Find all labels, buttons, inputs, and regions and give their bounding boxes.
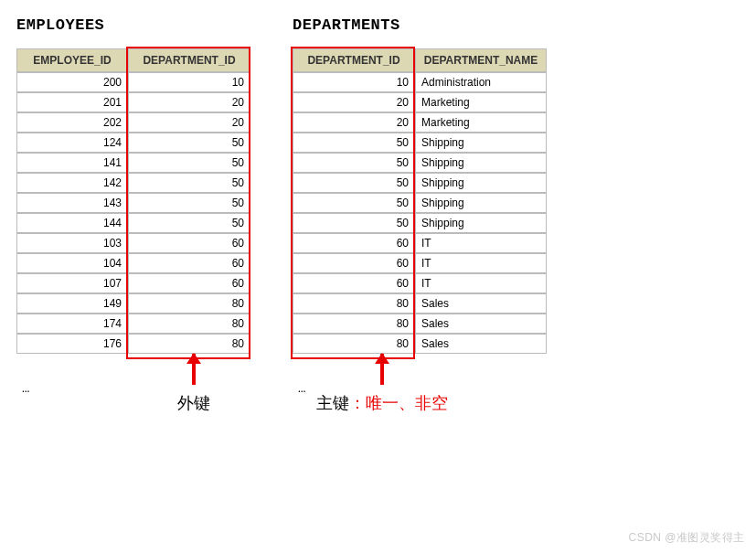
departments-table-wrap: DEPARTMENT_ID DEPARTMENT_NAME 10Administ… — [293, 48, 547, 354]
table-row: 60IT — [293, 273, 547, 293]
cell-employee-id: 143 — [16, 193, 128, 213]
diagram-root: EMPLOYEES EMPLOYEE_ID DEPARTMENT_ID 2001… — [16, 16, 747, 414]
table-row: 14150 — [16, 153, 250, 173]
col-employee-id: EMPLOYEE_ID — [16, 48, 128, 72]
cell-department-id: 50 — [128, 133, 250, 153]
cell-employee-id: 176 — [16, 334, 128, 354]
cell-department-name: Sales — [415, 293, 547, 314]
table-row: 20Marketing — [293, 92, 547, 112]
cell-department-name: Shipping — [415, 153, 547, 173]
cell-department-id: 80 — [128, 314, 250, 334]
cell-department-id: 50 — [293, 173, 415, 193]
col-department-name: DEPARTMENT_NAME — [415, 48, 547, 72]
cell-department-id: 20 — [293, 112, 415, 133]
cell-department-name: Marketing — [415, 92, 547, 112]
table-row: 12450 — [16, 133, 250, 153]
departments-block: DEPARTMENTS DEPARTMENT_ID DEPARTMENT_NAM… — [293, 16, 547, 414]
table-row: 50Shipping — [293, 173, 547, 193]
table-row: 20010 — [16, 72, 250, 92]
table-row: 20Marketing — [293, 112, 547, 133]
cell-department-id: 60 — [128, 233, 250, 253]
table-row: 50Shipping — [293, 193, 547, 213]
cell-employee-id: 201 — [16, 92, 128, 112]
table-row: 14250 — [16, 173, 250, 193]
cell-department-id: 60 — [128, 253, 250, 273]
cell-department-id: 50 — [128, 173, 250, 193]
table-row: 14980 — [16, 293, 250, 314]
cell-employee-id: 103 — [16, 233, 128, 253]
cell-employee-id: 200 — [16, 72, 128, 92]
cell-department-name: Sales — [415, 314, 547, 334]
table-row: 50Shipping — [293, 133, 547, 153]
cell-department-id: 80 — [128, 293, 250, 314]
employees-table-wrap: EMPLOYEE_ID DEPARTMENT_ID 20010201202022… — [16, 48, 256, 354]
cell-department-name: Administration — [415, 72, 547, 92]
cell-department-name: Shipping — [415, 173, 547, 193]
cell-employee-id: 142 — [16, 173, 128, 193]
cell-department-id: 80 — [128, 334, 250, 354]
cell-department-id: 10 — [293, 72, 415, 92]
cell-department-id: 50 — [128, 193, 250, 213]
arrow-icon — [380, 354, 384, 385]
table-row: 10760 — [16, 273, 250, 293]
cell-department-name: IT — [415, 273, 547, 293]
departments-title: DEPARTMENTS — [293, 16, 547, 34]
foreign-key-label: 外键 — [177, 392, 210, 414]
table-row: 10Administration — [293, 72, 547, 92]
table-row: 20220 — [16, 112, 250, 133]
cell-department-name: Shipping — [415, 213, 547, 233]
ellipsis-text: … — [16, 381, 132, 396]
col-department-id: DEPARTMENT_ID — [293, 48, 415, 72]
table-row: 10360 — [16, 233, 250, 253]
cell-employee-id: 141 — [16, 153, 128, 173]
cell-employee-id: 174 — [16, 314, 128, 334]
cell-department-id: 80 — [293, 293, 415, 314]
cell-department-id: 60 — [293, 253, 415, 273]
cell-employee-id: 202 — [16, 112, 128, 133]
cell-department-id: 60 — [293, 233, 415, 253]
cell-department-id: 50 — [293, 193, 415, 213]
cell-department-id: 50 — [293, 133, 415, 153]
employees-below: … 外键 — [16, 354, 256, 414]
cell-department-name: Sales — [415, 334, 547, 354]
table-row: 50Shipping — [293, 213, 547, 233]
cell-employee-id: 149 — [16, 293, 128, 314]
employees-block: EMPLOYEES EMPLOYEE_ID DEPARTMENT_ID 2001… — [16, 16, 256, 414]
cell-department-id: 20 — [293, 92, 415, 112]
table-row: 14450 — [16, 213, 250, 233]
table-header-row: DEPARTMENT_ID DEPARTMENT_NAME — [293, 48, 547, 72]
cell-department-name: Shipping — [415, 133, 547, 153]
cell-department-id: 50 — [128, 213, 250, 233]
table-row: 60IT — [293, 253, 547, 273]
arrow-icon — [192, 354, 196, 385]
departments-below: … 主键：唯一、非空 — [293, 354, 547, 414]
departments-table: DEPARTMENT_ID DEPARTMENT_NAME 10Administ… — [293, 48, 547, 354]
cell-department-id: 60 — [293, 273, 415, 293]
cell-department-name: IT — [415, 233, 547, 253]
table-header-row: EMPLOYEE_ID DEPARTMENT_ID — [16, 48, 250, 72]
cell-department-id: 60 — [128, 273, 250, 293]
cell-department-id: 80 — [293, 334, 415, 354]
cell-department-id: 50 — [128, 153, 250, 173]
cell-department-name: Marketing — [415, 112, 547, 133]
table-row: 80Sales — [293, 334, 547, 354]
employees-title: EMPLOYEES — [16, 16, 256, 34]
table-row: 50Shipping — [293, 153, 547, 173]
cell-department-id: 50 — [293, 153, 415, 173]
cell-department-name: Shipping — [415, 193, 547, 213]
cell-employee-id: 144 — [16, 213, 128, 233]
primary-key-extra: ：唯一、非空 — [349, 394, 448, 412]
cell-employee-id: 124 — [16, 133, 128, 153]
cell-department-id: 50 — [293, 213, 415, 233]
table-row: 14350 — [16, 193, 250, 213]
table-row: 60IT — [293, 233, 547, 253]
cell-employee-id: 104 — [16, 253, 128, 273]
table-row: 80Sales — [293, 314, 547, 334]
col-department-id: DEPARTMENT_ID — [128, 48, 250, 72]
cell-department-id: 20 — [128, 92, 250, 112]
employees-table: EMPLOYEE_ID DEPARTMENT_ID 20010201202022… — [16, 48, 250, 354]
cell-department-id: 20 — [128, 112, 250, 133]
table-row: 80Sales — [293, 293, 547, 314]
table-row: 17680 — [16, 334, 250, 354]
primary-key-label: 主键：唯一、非空 — [316, 392, 448, 414]
